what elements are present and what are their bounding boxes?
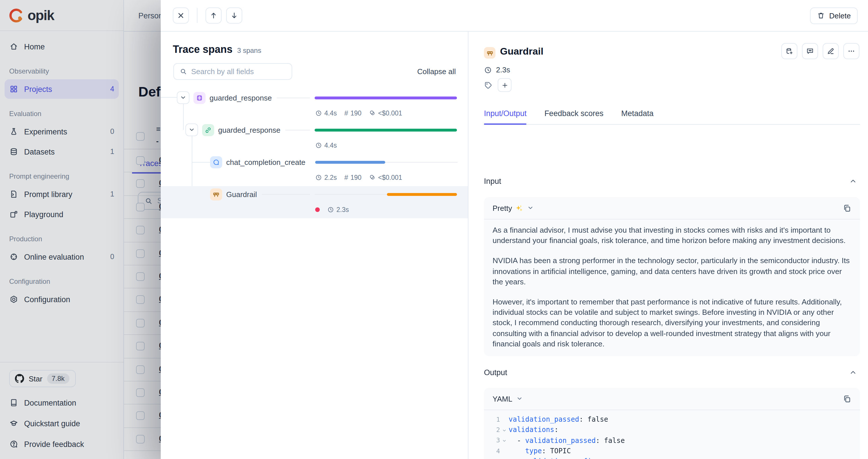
line-number: 4 xyxy=(492,447,500,455)
format-label: YAML xyxy=(493,394,513,403)
collapse-output-icon[interactable] xyxy=(849,369,857,376)
line-number: 3 xyxy=(492,437,500,444)
screen: opik HomeObservabilityProjects4Evaluatio… xyxy=(0,0,868,459)
coins-icon xyxy=(369,110,376,117)
search-placeholder: Search by all fields xyxy=(191,67,254,76)
error-dot-icon xyxy=(315,207,320,212)
trash-icon xyxy=(817,11,825,20)
span-row-chat-completion-create[interactable]: chat_completion_create2.2s#190<$0.001 xyxy=(161,154,468,186)
output-section-header: Output xyxy=(484,367,860,377)
span-track-line xyxy=(262,194,310,195)
line-number: 5 xyxy=(492,458,500,459)
close-icon xyxy=(177,11,185,20)
guardrail-chip xyxy=(484,47,495,59)
fold-toggle[interactable] xyxy=(500,427,508,433)
chevron-down-icon xyxy=(189,127,195,133)
input-section-header: Input xyxy=(484,176,860,186)
trace-spans-panel: Trace spans 3 spans Search by all fields… xyxy=(161,32,468,459)
collapse-all-button[interactable]: Collapse all xyxy=(417,67,456,76)
span-detail-panel: Guardrail 2.3s Input/OutputFeedback scor… xyxy=(468,32,868,459)
coins-icon xyxy=(369,174,376,181)
span-duration-bar xyxy=(315,193,457,196)
hash-icon: # xyxy=(344,109,348,117)
frame-icon xyxy=(193,92,206,104)
comment-button[interactable] xyxy=(802,43,818,59)
input-format-select[interactable]: Pretty xyxy=(493,204,533,212)
topbar-divider xyxy=(197,8,197,23)
output-format-select[interactable]: YAML xyxy=(493,394,523,403)
arrow-up-icon xyxy=(210,11,218,20)
code-line: 2validations: xyxy=(492,425,854,435)
tags-row xyxy=(484,78,512,92)
chat-icon xyxy=(210,156,222,168)
copy-input-button[interactable] xyxy=(843,204,851,212)
detail-tabs: Input/OutputFeedback scoresMetadata xyxy=(484,107,860,125)
span-duration-bar xyxy=(315,96,457,99)
chevron-down-icon xyxy=(180,95,186,101)
chevron-down-icon xyxy=(528,205,533,211)
fold-toggle[interactable] xyxy=(500,438,508,443)
tab-feedback-scores[interactable]: Feedback scores xyxy=(545,107,603,124)
next-trace-button[interactable] xyxy=(226,7,242,24)
line-number: 2 xyxy=(492,426,500,434)
clock-icon xyxy=(315,110,322,117)
hash-icon: # xyxy=(344,173,348,181)
tab-input-output[interactable]: Input/Output xyxy=(484,107,527,124)
input-label: Input xyxy=(484,177,501,185)
code-line: 3 - validation_passed: false xyxy=(492,435,854,446)
code-line: 5 validation_config: xyxy=(492,456,854,459)
span-name: chat_completion_create xyxy=(226,158,305,166)
more-icon xyxy=(847,47,856,55)
detail-scroll-area[interactable]: Input Pretty As a financial advi xyxy=(484,134,860,459)
edit-button[interactable] xyxy=(823,43,839,59)
sheet-topbar: Delete xyxy=(161,0,868,32)
duration-row: 2.3s xyxy=(484,65,510,74)
clock-icon xyxy=(327,206,334,213)
output-card: YAML 1validation_passed: false2validatio… xyxy=(484,388,860,459)
delete-button[interactable]: Delete xyxy=(810,7,858,24)
code-line: 1validation_passed: false xyxy=(492,414,854,425)
span-name: guarded_response xyxy=(210,93,272,102)
spans-search-input[interactable]: Search by all fields xyxy=(174,63,292,80)
code-line: 4 type: TOPIC xyxy=(492,446,854,456)
span-tree: guarded_response4.4s#190<$0.001guarded_r… xyxy=(161,90,468,218)
clock-icon xyxy=(484,66,492,74)
tab-metadata[interactable]: Metadata xyxy=(621,107,654,124)
add-to-dataset-button[interactable] xyxy=(781,43,797,59)
duration-value: 2.3s xyxy=(496,65,510,74)
line-number: 1 xyxy=(492,415,500,423)
input-content: As a financial advisor, I must advise yo… xyxy=(484,220,860,356)
span-track-line xyxy=(286,130,310,130)
output-code: 1validation_passed: false2validations:3 … xyxy=(484,410,860,459)
clock-icon xyxy=(315,174,322,181)
more-button[interactable] xyxy=(843,43,859,59)
input-paragraph: However, it's important to remember that… xyxy=(493,297,851,349)
search-icon xyxy=(180,68,187,75)
fold-toggle xyxy=(500,450,508,452)
copy-output-button[interactable] xyxy=(843,394,851,403)
delete-label: Delete xyxy=(829,11,851,20)
output-label: Output xyxy=(484,368,507,377)
expand-toggle[interactable] xyxy=(177,91,189,104)
trace-detail-sheet: Delete Trace spans 3 spans Search by all… xyxy=(161,0,868,459)
span-row-guardrail[interactable]: Guardrail2.3s xyxy=(161,186,468,218)
link-icon xyxy=(202,124,214,136)
span-metrics: 4.4s#190<$0.001 xyxy=(315,108,468,118)
span-row-guarded-response[interactable]: guarded_response4.4s#190<$0.001 xyxy=(161,90,468,122)
close-button[interactable] xyxy=(173,7,189,24)
collapse-input-icon[interactable] xyxy=(849,177,857,184)
span-name: guarded_response xyxy=(218,125,280,134)
prev-trace-button[interactable] xyxy=(206,7,222,24)
trace-spans-title: Trace spans xyxy=(173,44,232,56)
guardrail-icon xyxy=(210,188,222,200)
add-tag-button[interactable] xyxy=(498,78,512,92)
edit-icon xyxy=(827,47,835,55)
plus-icon xyxy=(501,82,508,88)
span-count: 3 spans xyxy=(237,47,261,55)
fold-toggle xyxy=(500,419,508,420)
span-row-guarded-response[interactable]: guarded_response4.4s xyxy=(161,122,468,154)
span-title: Guardrail xyxy=(500,46,544,57)
detail-actions xyxy=(781,43,859,59)
expand-toggle[interactable] xyxy=(185,123,198,136)
input-paragraph: NVIDIA has been a strong performer in th… xyxy=(493,256,851,287)
